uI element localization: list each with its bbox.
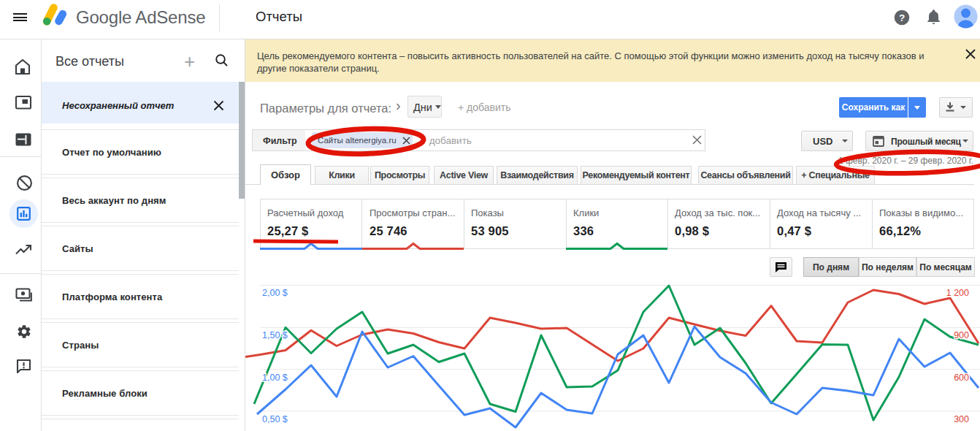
- svg-text:1 200: 1 200: [946, 288, 969, 298]
- svg-text:900: 900: [954, 330, 969, 340]
- svg-text:300: 300: [954, 414, 969, 424]
- svg-text:1,00 $: 1,00 $: [262, 373, 288, 383]
- svg-text:1,50 $: 1,50 $: [262, 330, 288, 340]
- svg-text:600: 600: [954, 373, 969, 383]
- svg-text:2,00 $: 2,00 $: [262, 288, 288, 298]
- svg-text:0,50 $: 0,50 $: [262, 414, 288, 424]
- svg-text:?: ?: [899, 12, 905, 23]
